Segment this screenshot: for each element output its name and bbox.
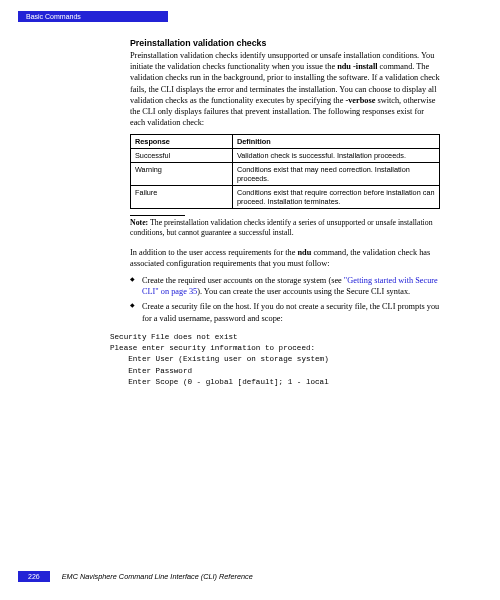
terminal-output: Security File does not exist Please ente…: [110, 332, 440, 389]
validation-response-table: Response Definition Successful Validatio…: [130, 134, 440, 209]
requirements-list: Create the required user accounts on the…: [130, 275, 440, 324]
table-row: Successful Validation check is successfu…: [131, 149, 440, 163]
cmd-ndu-install: ndu -install: [337, 62, 377, 71]
col-header-response: Response: [131, 135, 233, 149]
col-header-definition: Definition: [232, 135, 439, 149]
cell-response: Warning: [131, 163, 233, 186]
table-row: Failure Conditions exist that require co…: [131, 186, 440, 209]
cell-definition: Conditions exist that require correction…: [232, 186, 439, 209]
note-label: Note:: [130, 218, 148, 227]
note-block: Note: The preinstallation validation che…: [130, 218, 440, 238]
para-text: In addition to the user access requireme…: [130, 248, 298, 257]
table-row: Warning Conditions exist that may need c…: [131, 163, 440, 186]
header-tab: Basic Commands: [18, 11, 168, 22]
table-header-row: Response Definition: [131, 135, 440, 149]
cell-definition: Validation check is successful. Installa…: [232, 149, 439, 163]
cmd-ndu: ndu: [298, 248, 312, 257]
note-text: The preinstallation validation checks id…: [130, 218, 433, 237]
list-item: Create a security file on the host. If y…: [130, 301, 440, 323]
main-content: Preinstallation validation checks Preins…: [130, 38, 440, 389]
item-text: Create a security file on the host. If y…: [142, 302, 439, 322]
cell-response: Successful: [131, 149, 233, 163]
note-rule: [130, 215, 185, 216]
item-text: Create the required user accounts on the…: [142, 276, 344, 285]
item-text: ). You can create the user accounts usin…: [197, 287, 410, 296]
intro-paragraph: Preinstallation validation checks identi…: [130, 50, 440, 128]
page-number: 226: [18, 571, 50, 582]
page-footer: 226 EMC Navisphere Command Line Interfac…: [18, 571, 253, 582]
followup-paragraph: In addition to the user access requireme…: [130, 247, 440, 269]
section-heading: Preinstallation validation checks: [130, 38, 440, 48]
cell-definition: Conditions exist that may need correctio…: [232, 163, 439, 186]
cmd-verbose: -verbose: [345, 96, 375, 105]
footer-title: EMC Navisphere Command Line Interface (C…: [62, 572, 253, 581]
list-item: Create the required user accounts on the…: [130, 275, 440, 297]
cell-response: Failure: [131, 186, 233, 209]
